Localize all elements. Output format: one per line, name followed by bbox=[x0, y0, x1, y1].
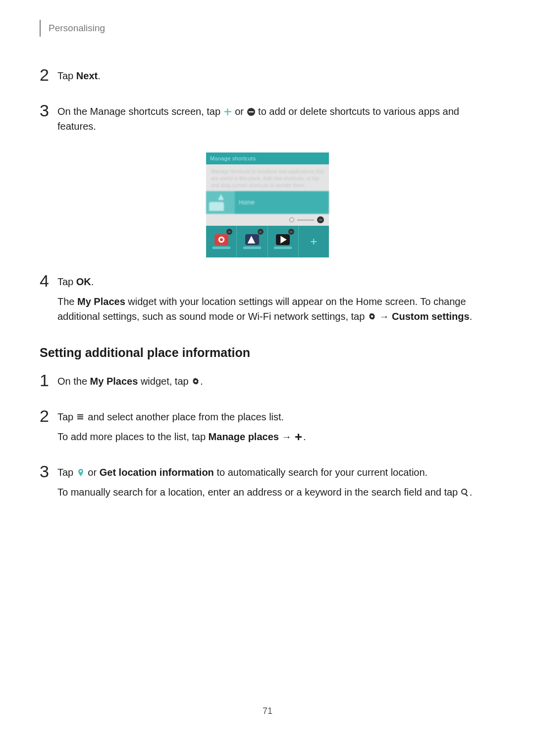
figure-tiles: − − − + bbox=[206, 226, 329, 257]
subheading: Setting additional place information bbox=[40, 346, 495, 360]
breadcrumb: Personalising bbox=[49, 23, 105, 34]
step-item: 2Tap Next. bbox=[40, 66, 495, 88]
steps-list-step4: 4Tap OK.The My Places widget with your l… bbox=[40, 272, 495, 329]
tile-2: − bbox=[237, 226, 268, 257]
home-label: Home bbox=[239, 199, 255, 206]
step-item: 3On the Manage shortcuts screen, tap or … bbox=[40, 102, 495, 139]
search-icon bbox=[461, 488, 470, 497]
step-number: 1 bbox=[40, 372, 57, 389]
plus-bold-icon bbox=[294, 433, 303, 442]
step-body: On the Manage shortcuts screen, tap or t… bbox=[57, 102, 481, 139]
step-body: Tap and select another place from the pl… bbox=[57, 407, 481, 449]
figure-home-strip: Home bbox=[206, 191, 329, 214]
tile-icon-black bbox=[276, 234, 290, 245]
home-illustration bbox=[206, 191, 235, 214]
minus-icon: − bbox=[258, 229, 264, 235]
step-number: 4 bbox=[40, 272, 57, 289]
minus-circle-icon bbox=[247, 107, 256, 116]
tile-icon-navy bbox=[245, 234, 259, 245]
step-item: 3Tap or Get location information to auto… bbox=[40, 463, 495, 504]
figure-clock-row: − bbox=[206, 214, 329, 226]
steps-list-bottom: 1On the My Places widget, tap .2Tap and … bbox=[40, 372, 495, 504]
steps-list-top: 2Tap Next.3On the Manage shortcuts scree… bbox=[40, 66, 495, 139]
step-body: Tap or Get location information to autom… bbox=[57, 463, 481, 504]
svg-point-14 bbox=[220, 238, 223, 241]
pin-icon bbox=[76, 468, 85, 477]
figure-titlebar: Manage shortcuts bbox=[206, 152, 329, 164]
step-number: 3 bbox=[40, 463, 57, 480]
clock-icon bbox=[289, 217, 294, 222]
header-rule bbox=[40, 20, 41, 37]
step-number: 3 bbox=[40, 102, 57, 119]
menu-icon bbox=[76, 413, 85, 422]
page-number: 71 bbox=[0, 706, 535, 716]
plus-teal-icon bbox=[223, 107, 232, 116]
tile-icon-red bbox=[214, 234, 228, 245]
step-number: 2 bbox=[40, 407, 57, 424]
minus-icon: − bbox=[288, 229, 294, 235]
step-body: Tap Next. bbox=[57, 66, 481, 88]
tile-1: − bbox=[206, 226, 237, 257]
step-number: 2 bbox=[40, 66, 57, 83]
plus-icon: + bbox=[310, 235, 317, 249]
gear-icon bbox=[191, 377, 200, 386]
step-body: On the My Places widget, tap . bbox=[57, 372, 481, 394]
gear-icon bbox=[368, 312, 376, 321]
minus-icon: − bbox=[317, 216, 324, 223]
tile-3: − bbox=[268, 226, 299, 257]
step-body: Tap OK.The My Places widget with your lo… bbox=[57, 272, 481, 329]
tile-add: + bbox=[299, 226, 329, 257]
figure-blurb: Manage shortcuts to functions and applic… bbox=[206, 164, 329, 191]
clock-bar bbox=[297, 219, 314, 221]
page-header: Personalising bbox=[40, 20, 495, 37]
minus-icon: − bbox=[226, 229, 232, 235]
step-item: 1On the My Places widget, tap . bbox=[40, 372, 495, 394]
step-item: 2Tap and select another place from the p… bbox=[40, 407, 495, 449]
figure-manage-shortcuts: Manage shortcuts Manage shortcuts to fun… bbox=[40, 152, 495, 257]
step-item: 4Tap OK.The My Places widget with your l… bbox=[40, 272, 495, 329]
